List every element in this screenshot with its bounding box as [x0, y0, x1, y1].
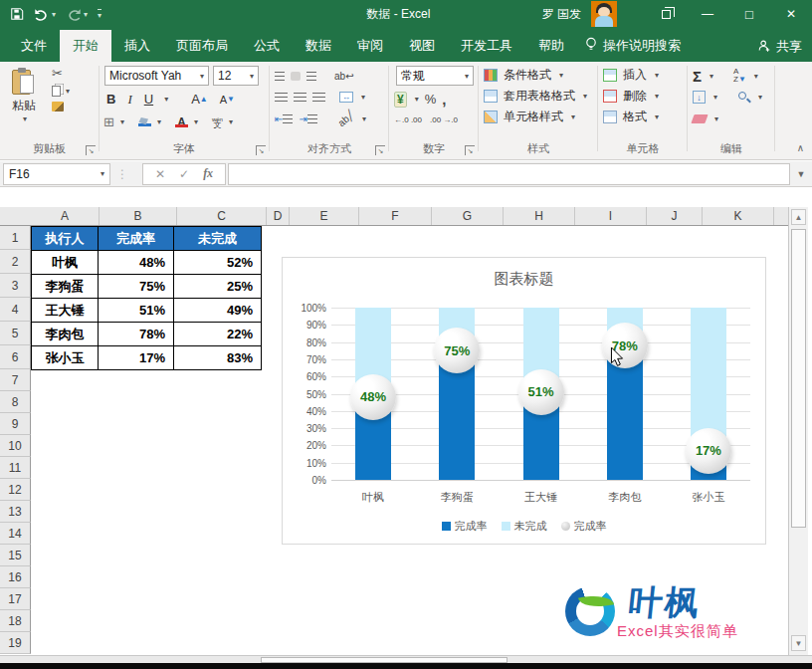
- data-label-sphere[interactable]: 51%: [518, 369, 564, 415]
- table-cell[interactable]: 王大锤: [32, 299, 99, 323]
- column-header-E[interactable]: E: [290, 207, 359, 225]
- table-cell[interactable]: 48%: [99, 251, 174, 275]
- styles-item-1[interactable]: 套用表格格式▾: [480, 86, 597, 107]
- scroll-up-icon[interactable]: ▲: [791, 209, 806, 225]
- table-cell[interactable]: 75%: [99, 275, 174, 299]
- tab-审阅[interactable]: 审阅: [344, 30, 396, 62]
- horizontal-scrollbar[interactable]: [0, 655, 812, 663]
- row-header-2[interactable]: 2: [0, 250, 31, 274]
- alignment-dialog-launcher[interactable]: ↘: [375, 145, 385, 155]
- table-cell[interactable]: 52%: [174, 251, 262, 275]
- vertical-scrollbar[interactable]: ▲ ▼: [788, 207, 808, 655]
- customize-qat-icon[interactable]: ▾: [98, 9, 102, 20]
- copy-icon[interactable]: ▾: [52, 86, 70, 97]
- merge-center-icon[interactable]: ↔: [339, 92, 353, 103]
- data-table[interactable]: 执行人完成率未完成叶枫48%52%李狗蛋75%25%王大锤51%49%李肉包78…: [31, 226, 262, 370]
- chart-legend[interactable]: 完成率未完成完成率: [283, 519, 765, 534]
- minimize-icon[interactable]: —: [687, 0, 728, 28]
- row-header-10[interactable]: 10: [0, 435, 31, 457]
- tab-文件[interactable]: 文件: [8, 30, 60, 62]
- number-format-combo[interactable]: 常规▾: [396, 66, 474, 86]
- row-header-16[interactable]: 16: [0, 566, 31, 588]
- sort-filter-icon[interactable]: AZ▼: [733, 68, 746, 84]
- column-header-A[interactable]: A: [31, 207, 100, 225]
- tab-插入[interactable]: 插入: [111, 30, 163, 62]
- increase-indent-icon[interactable]: ⇥: [299, 113, 316, 124]
- align-left-icon[interactable]: [275, 93, 288, 102]
- bold-button[interactable]: B: [103, 90, 118, 110]
- tab-帮助[interactable]: 帮助: [525, 30, 577, 62]
- tab-公式[interactable]: 公式: [241, 30, 293, 62]
- column-headers[interactable]: ABCDEFGHIJK: [0, 207, 788, 226]
- row-header-12[interactable]: 12: [0, 479, 31, 501]
- table-cell[interactable]: 张小玉: [32, 346, 99, 370]
- cancel-icon[interactable]: ✕: [155, 167, 165, 181]
- align-right-icon[interactable]: [312, 93, 325, 102]
- data-label-sphere[interactable]: 48%: [350, 374, 396, 420]
- chart[interactable]: 图表标题 完成率未完成完成率 0%10%20%30%40%50%60%70%80…: [282, 257, 766, 545]
- comma-style-icon[interactable]: ,: [442, 91, 446, 108]
- align-bottom-icon[interactable]: [306, 72, 316, 81]
- table-header-cell[interactable]: 完成率: [99, 227, 174, 251]
- cut-icon[interactable]: ✂: [52, 66, 70, 81]
- save-icon[interactable]: [10, 7, 24, 21]
- tab-开发工具[interactable]: 开发工具: [448, 30, 525, 62]
- row-header-9[interactable]: 9: [0, 413, 31, 435]
- user-avatar[interactable]: [591, 1, 617, 27]
- table-cell[interactable]: 51%: [99, 299, 174, 323]
- column-header-B[interactable]: B: [100, 207, 177, 225]
- table-cell[interactable]: 李狗蛋: [32, 275, 99, 299]
- table-header-cell[interactable]: 执行人: [32, 227, 99, 251]
- cells-item-2[interactable]: 格式▾: [599, 107, 687, 127]
- row-header-4[interactable]: 4: [0, 298, 31, 322]
- row-header-8[interactable]: 8: [0, 391, 31, 413]
- table-cell[interactable]: 78%: [99, 323, 174, 346]
- tab-视图[interactable]: 视图: [396, 30, 448, 62]
- autosum-icon[interactable]: Σ: [693, 68, 702, 85]
- cells-item-0[interactable]: 插入▾: [599, 65, 687, 86]
- underline-button[interactable]: U: [141, 90, 156, 110]
- styles-item-2[interactable]: 单元格样式▾: [480, 107, 597, 127]
- chart-title[interactable]: 图表标题: [283, 270, 765, 289]
- share-button[interactable]: 共享: [757, 38, 802, 56]
- column-header-H[interactable]: H: [504, 207, 575, 225]
- tab-数据[interactable]: 数据: [293, 30, 344, 62]
- decrease-decimal-icon[interactable]: .00 →.0: [430, 115, 458, 124]
- percent-style-icon[interactable]: %: [425, 92, 437, 107]
- row-headers[interactable]: 12345678910111213141516171819: [0, 226, 31, 654]
- row-header-13[interactable]: 13: [0, 501, 31, 523]
- column-header-F[interactable]: F: [359, 207, 432, 225]
- row-header-18[interactable]: 18: [0, 610, 31, 632]
- table-header-cell[interactable]: 未完成: [174, 227, 262, 251]
- phonetic-guide-icon[interactable]: wén 文: [212, 116, 223, 128]
- maximize-icon[interactable]: □: [728, 0, 770, 28]
- column-header-G[interactable]: G: [432, 207, 504, 225]
- restore-down-icon[interactable]: [645, 0, 687, 28]
- formula-input[interactable]: [228, 163, 790, 185]
- row-header-17[interactable]: 17: [0, 588, 31, 610]
- find-select-icon[interactable]: [737, 91, 750, 104]
- font-dialog-launcher[interactable]: ↘: [256, 145, 266, 155]
- expand-formula-bar-icon[interactable]: ▼: [790, 169, 812, 179]
- clear-eraser-icon[interactable]: [691, 114, 708, 123]
- collapse-ribbon-icon[interactable]: ∧: [797, 142, 804, 153]
- data-label-sphere[interactable]: 17%: [686, 428, 731, 474]
- wrap-text-icon[interactable]: ab↩: [334, 71, 354, 82]
- align-middle-icon[interactable]: [291, 72, 301, 81]
- grow-font-button[interactable]: A▲: [188, 90, 211, 110]
- number-dialog-launcher[interactable]: ↘: [465, 145, 475, 155]
- table-cell[interactable]: 83%: [174, 346, 262, 370]
- table-cell[interactable]: 49%: [174, 299, 262, 323]
- scroll-down-icon[interactable]: ▼: [791, 635, 806, 651]
- fill-down-icon[interactable]: ↓: [693, 91, 706, 104]
- accounting-format-icon[interactable]: ¥: [394, 92, 407, 108]
- name-box[interactable]: F16 ▾: [3, 163, 110, 185]
- column-header-K[interactable]: K: [703, 207, 774, 225]
- close-icon[interactable]: ✕: [770, 0, 812, 28]
- vertical-scroll-thumb[interactable]: [791, 229, 806, 528]
- align-top-icon[interactable]: [275, 72, 285, 81]
- tell-me-search[interactable]: 操作说明搜索: [577, 30, 689, 62]
- row-header-5[interactable]: 5: [0, 322, 31, 345]
- italic-button[interactable]: I: [124, 90, 134, 110]
- tab-开始[interactable]: 开始: [60, 30, 111, 62]
